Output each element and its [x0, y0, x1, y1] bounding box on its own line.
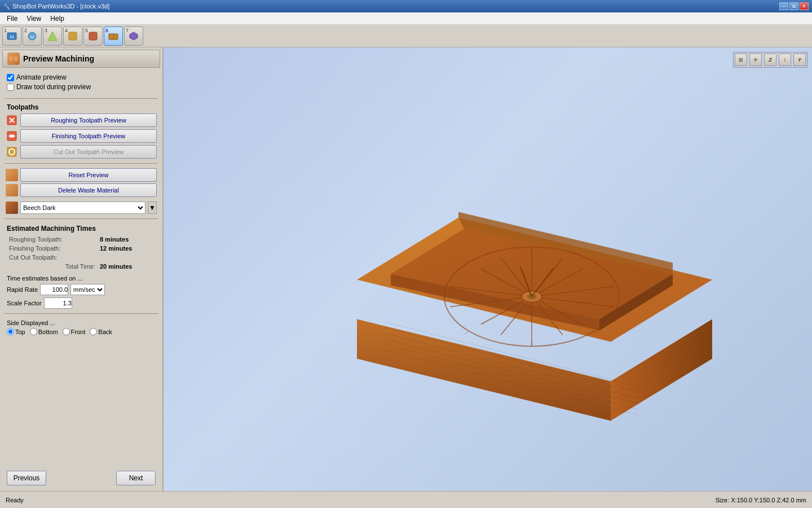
- cutout-time-label: Cut Out Toolpath:: [8, 253, 98, 261]
- side-front-label: Front: [63, 328, 86, 335]
- 3d-viewport[interactable]: ⊞ ✛ Z ↕ Y: [164, 47, 812, 491]
- title-bar: 🔧 ShopBot PartWorks3D - [clock.v3d] — ⧉ …: [0, 0, 812, 12]
- side-back-radio[interactable]: [90, 328, 97, 335]
- rapid-rate-input[interactable]: 100.0: [40, 284, 68, 295]
- side-back-text: Back: [98, 329, 112, 335]
- cutout-icon: [6, 146, 18, 158]
- view-rotate-button[interactable]: ↕: [779, 54, 791, 66]
- total-time-value: 20 minutes: [99, 262, 155, 270]
- draw-tool-label: Draw tool during preview: [16, 83, 91, 91]
- animate-preview-checkbox[interactable]: [7, 74, 14, 81]
- roughing-toolpath-button[interactable]: Roughing Toolpath Preview: [20, 113, 157, 127]
- step-2-button[interactable]: 2 M: [23, 27, 42, 46]
- menu-bar: File View Help: [0, 12, 812, 25]
- app-body: Preview Machining Animate preview Draw t…: [0, 47, 812, 491]
- checkboxes-area: Animate preview Draw tool during preview: [2, 71, 160, 95]
- reset-icon: [6, 169, 18, 181]
- block-right-face: [611, 319, 712, 421]
- estimated-times-section: Estimated Machining Times Roughing Toolp…: [2, 222, 160, 274]
- 3d-model-display: [301, 111, 740, 428]
- total-time-label: Total Time:: [8, 262, 98, 270]
- material-icon: [6, 202, 18, 214]
- material-row: Beech Dark ▼: [2, 200, 160, 215]
- step-1-button[interactable]: 1 M: [2, 27, 21, 46]
- next-button[interactable]: Next: [116, 471, 156, 485]
- minimize-button[interactable]: —: [779, 2, 788, 10]
- step-4-button[interactable]: 4: [63, 27, 82, 46]
- side-top-radio[interactable]: [7, 328, 14, 335]
- divider-3: [5, 218, 158, 219]
- scale-factor-row: Scale Factor 1.3: [2, 296, 160, 310]
- restore-button[interactable]: ⧉: [789, 2, 798, 10]
- cutout-time-value: [99, 253, 155, 261]
- step-7-button[interactable]: 7: [124, 27, 143, 46]
- side-radio-row: Top Bottom Front Back: [7, 328, 156, 335]
- close-button[interactable]: ✕: [800, 2, 809, 10]
- svg-rect-6: [89, 32, 97, 40]
- step-3-button[interactable]: 3: [43, 27, 62, 46]
- svg-rect-5: [69, 32, 77, 40]
- app-logo: 🔧: [3, 3, 10, 10]
- step-toolbar: 1 M 2 M 3 4 5 6 7: [0, 25, 812, 47]
- finishing-time-label: Finishing Toolpath:: [8, 244, 98, 252]
- divider-2: [5, 163, 158, 164]
- cutout-toolpath-button[interactable]: Cut Out Toolpath Preview: [20, 145, 157, 159]
- left-panel: Preview Machining Animate preview Draw t…: [0, 47, 164, 491]
- times-table: Roughing Toolpath: 8 minutes Finishing T…: [7, 234, 156, 271]
- material-dropdown-arrow[interactable]: ▼: [148, 202, 157, 214]
- roughing-icon: [6, 114, 18, 126]
- side-back-label: Back: [90, 328, 112, 335]
- menu-view[interactable]: View: [22, 14, 46, 24]
- menu-file[interactable]: File: [2, 14, 22, 24]
- rapid-rate-row: Rapid Rate 100.0 mm/sec: [2, 283, 160, 296]
- side-top-label: Top: [7, 328, 25, 335]
- reset-preview-button[interactable]: Reset Preview: [20, 168, 157, 182]
- toolpaths-label: Toolpaths: [2, 102, 160, 112]
- rapid-rate-unit-select[interactable]: mm/sec: [70, 284, 105, 295]
- view-grid-button[interactable]: ⊞: [735, 54, 747, 66]
- side-bottom-radio[interactable]: [30, 328, 37, 335]
- side-bottom-label: Bottom: [30, 328, 58, 335]
- finishing-time-value: 12 minutes: [99, 244, 155, 252]
- estimated-title: Estimated Machining Times: [7, 225, 156, 233]
- draw-tool-checkbox[interactable]: [7, 84, 14, 91]
- step-5-button[interactable]: 5: [83, 27, 103, 46]
- delete-waste-button[interactable]: Delete Waste Material: [20, 183, 157, 197]
- step-6-button[interactable]: 6: [104, 27, 123, 46]
- finishing-toolpath-row: Finishing Toolpath Preview: [2, 128, 160, 144]
- view-center-button[interactable]: ✛: [749, 54, 762, 66]
- side-bottom-text: Bottom: [38, 329, 58, 335]
- menu-help[interactable]: Help: [46, 14, 69, 24]
- time-est-label: Time estimates based on ...: [2, 274, 160, 283]
- window-title: ShopBot PartWorks3D - [clock.v3d]: [12, 3, 109, 10]
- view-toolbar: ⊞ ✛ Z ↕ Y: [733, 52, 807, 68]
- view-z-button[interactable]: Z: [764, 54, 776, 66]
- roughing-time-value: 8 minutes: [99, 235, 155, 243]
- section-title: Preview Machining: [23, 54, 94, 63]
- previous-button[interactable]: Previous: [7, 471, 46, 485]
- svg-line-40: [465, 332, 468, 334]
- animate-preview-row: Animate preview: [7, 73, 156, 81]
- svg-marker-4: [48, 32, 57, 41]
- roughing-time-label: Roughing Toolpath:: [8, 235, 98, 243]
- divider-4: [5, 313, 158, 314]
- cutout-time-row: Cut Out Toolpath:: [8, 253, 155, 261]
- material-select[interactable]: Beech Dark: [20, 202, 145, 214]
- side-front-radio[interactable]: [63, 328, 70, 335]
- svg-text:M: M: [10, 34, 14, 40]
- roughing-time-row: Roughing Toolpath: 8 minutes: [8, 235, 155, 243]
- side-front-text: Front: [71, 329, 86, 335]
- scale-factor-label: Scale Factor: [7, 300, 42, 306]
- scale-factor-input[interactable]: 1.3: [44, 297, 72, 309]
- status-text: Ready: [6, 497, 24, 503]
- animate-preview-label: Animate preview: [16, 73, 67, 81]
- svg-text:M: M: [30, 34, 34, 40]
- divider-1: [5, 98, 158, 99]
- section-header: Preview Machining: [2, 50, 160, 68]
- delete-icon: [6, 184, 18, 196]
- side-section: Side Displayed ... Top Bottom Front Back: [2, 317, 160, 338]
- view-y-button[interactable]: Y: [793, 54, 806, 66]
- nav-buttons: Previous Next: [2, 467, 160, 489]
- side-label: Side Displayed ...: [7, 319, 156, 326]
- finishing-toolpath-button[interactable]: Finishing Toolpath Preview: [20, 129, 157, 143]
